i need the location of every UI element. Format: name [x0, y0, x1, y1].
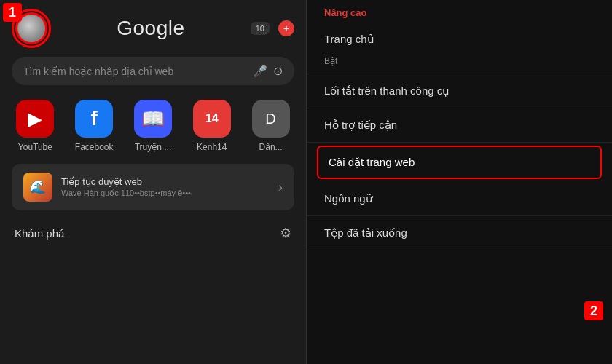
continue-title: Tiếp tục duyệt web — [61, 176, 270, 187]
truyen-icon: 📖 — [134, 100, 172, 138]
mic-icon[interactable]: 🎤 — [253, 64, 267, 78]
dan-icon: D — [252, 100, 290, 138]
section-header: Nâng cao — [307, 0, 612, 23]
search-input[interactable]: Tìm kiếm hoặc nhập địa chỉ web — [23, 66, 247, 77]
shortcut-facebook[interactable]: f Facebook — [65, 94, 124, 158]
continue-card[interactable]: 🌊 Tiếp tục duyệt web Wave Hàn quốc 110••… — [12, 164, 294, 210]
add-tab-icon[interactable]: + — [278, 20, 294, 36]
shortcut-youtube[interactable]: ▶ YouTube — [6, 94, 65, 158]
trang-chu-item[interactable]: Trang chủ — [307, 23, 612, 56]
settings-icon[interactable]: ⚙ — [280, 225, 291, 241]
trang-chu-sublabel: Bật — [307, 56, 612, 74]
google-title: Google — [117, 17, 184, 40]
tep-tai-xuong-item[interactable]: Tệp đã tải xuống — [307, 216, 612, 250]
kenh14-icon: 14 — [193, 100, 231, 138]
ngon-ngu-item[interactable]: Ngôn ngữ — [307, 182, 612, 216]
continue-arrow-icon: › — [278, 180, 283, 195]
tab-count-badge[interactable]: 10 — [251, 22, 270, 35]
cai-dat-trang-web-item[interactable]: Cài đặt trang web — [317, 146, 602, 179]
trang-chu-group: Trang chủ Bật — [307, 23, 612, 74]
facebook-label: Facebook — [75, 142, 114, 152]
dan-label: Dân... — [259, 142, 283, 152]
kham-pha-row: Khám phá ⚙ — [0, 216, 306, 247]
shortcuts-row: ▶ YouTube f Facebook 📖 Truyện ... 14 Ken… — [0, 94, 306, 158]
annotation-marker-1: 1 — [3, 3, 22, 22]
shortcut-truyen[interactable]: 📖 Truyện ... — [124, 94, 183, 158]
kenh14-label: Kenh14 — [197, 142, 227, 152]
camera-icon[interactable]: ⊙ — [273, 64, 283, 78]
top-icons: 10 + — [251, 20, 294, 36]
avatar-image — [18, 15, 44, 41]
continue-thumb-icon: 🌊 — [23, 173, 52, 202]
facebook-icon: f — [75, 100, 113, 138]
youtube-icon: ▶ — [16, 100, 54, 138]
right-panel: Nâng cao Trang chủ Bật Lối tắt trên than… — [306, 0, 612, 364]
continue-subtitle: Wave Hàn quốc 110••bstp••máy ê••• — [61, 189, 270, 198]
annotation-marker-2: 2 — [584, 301, 603, 320]
cai-dat-trang-web-label: Cài đặt trang web — [329, 156, 415, 168]
continue-info: Tiếp tục duyệt web Wave Hàn quốc 110••bs… — [61, 176, 270, 198]
left-panel: 1 Google 10 + Tìm kiếm hoặc nhập địa chỉ… — [0, 0, 306, 364]
top-bar: Google 10 + — [0, 0, 306, 54]
kham-pha-label: Khám phá — [15, 227, 64, 240]
truyen-label: Truyện ... — [135, 142, 172, 152]
shortcut-kenh14[interactable]: 14 Kenh14 — [182, 94, 241, 158]
loi-tat-item[interactable]: Lối tắt trên thanh công cụ — [307, 74, 612, 108]
search-bar[interactable]: Tìm kiếm hoặc nhập địa chỉ web 🎤 ⊙ — [12, 57, 294, 85]
youtube-label: YouTube — [18, 142, 52, 152]
shortcut-dan[interactable]: D Dân... — [241, 94, 300, 158]
ho-tro-item[interactable]: Hỗ trợ tiếp cận — [307, 108, 612, 143]
